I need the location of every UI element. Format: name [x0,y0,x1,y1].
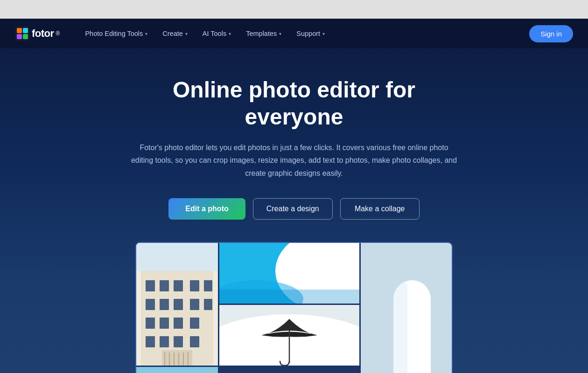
chevron-down-icon-templates: ▾ [279,31,281,36]
svg-rect-18 [146,318,155,329]
svg-rect-20 [174,318,183,329]
collage-grid [136,243,453,373]
edit-photo-button[interactable]: Edit a photo [168,198,245,220]
svg-rect-15 [174,299,183,310]
hero-subtitle: Fotor's photo editor lets you edit photo… [131,141,457,180]
chevron-down-icon-ai-tools: ▾ [229,31,231,36]
svg-rect-31 [178,352,179,366]
svg-rect-40 [393,280,407,373]
svg-rect-22 [146,336,155,347]
svg-rect-12 [204,280,212,291]
nav-item-ai-tools[interactable]: AI Tools ▾ [196,26,238,41]
svg-rect-6 [136,243,218,271]
svg-rect-32 [183,352,184,366]
svg-rect-16 [190,299,199,310]
svg-rect-30 [174,352,175,366]
navbar: fotor® Photo Editing Tools ▾ Create ▾ AI… [0,19,588,48]
fotor-logo-icon [15,26,30,41]
svg-rect-29 [169,352,170,366]
create-design-button[interactable]: Create a design [253,198,333,220]
nav-label-create: Create [162,30,183,37]
logo-reg: ® [56,30,60,37]
page-wrapper: fotor® Photo Editing Tools ▾ Create ▾ AI… [0,0,588,373]
svg-rect-4 [23,34,28,39]
svg-rect-9 [160,280,169,291]
chevron-down-icon-support: ▾ [322,31,325,36]
svg-rect-8 [146,280,155,291]
collage-cell-arch [361,243,453,373]
hero-section: Online photo editor for everyone Fotor's… [0,48,588,373]
svg-rect-17 [204,299,212,310]
sign-in-button[interactable]: Sign in [529,25,573,42]
nav-item-support[interactable]: Support ▾ [290,26,331,41]
svg-rect-11 [190,280,199,291]
svg-rect-24 [174,336,183,347]
nav-item-photo-editing[interactable]: Photo Editing Tools ▾ [78,26,154,41]
collage-cell-sky [136,367,218,373]
nav-label-ai-tools: AI Tools [203,30,226,37]
make-collage-button[interactable]: Make a collage [340,198,420,220]
collage-cell-building [136,243,218,366]
svg-rect-1 [17,28,22,33]
svg-rect-21 [190,318,199,329]
collage-cell-pool [219,243,359,304]
nav-label-templates: Templates [246,30,277,37]
logo[interactable]: fotor® [15,26,60,41]
hero-title: Online photo editor for everyone [126,76,462,130]
nav-label-support: Support [296,30,320,37]
svg-rect-25 [190,336,199,347]
collage-cell-umbrella [219,305,359,373]
collage-preview [135,242,453,373]
nav-item-templates[interactable]: Templates ▾ [239,26,288,41]
svg-rect-10 [174,280,183,291]
nav-label-photo-editing: Photo Editing Tools [85,30,143,37]
svg-rect-23 [160,336,169,347]
browser-chrome [0,0,588,19]
cta-buttons: Edit a photo Create a design Make a coll… [168,198,419,220]
site: fotor® Photo Editing Tools ▾ Create ▾ AI… [0,19,588,373]
svg-rect-33 [188,352,189,366]
svg-rect-2 [23,28,28,33]
nav-links: Photo Editing Tools ▾ Create ▾ AI Tools … [78,26,331,41]
svg-rect-14 [160,299,169,310]
nav-item-create[interactable]: Create ▾ [156,26,194,41]
chevron-down-icon-photo-editing: ▾ [145,31,147,36]
svg-rect-19 [160,318,169,329]
svg-rect-37 [219,290,359,304]
svg-rect-13 [146,299,155,310]
svg-rect-28 [164,352,165,366]
svg-rect-3 [17,34,22,39]
chevron-down-icon-create: ▾ [185,31,188,36]
logo-text: fotor [32,28,54,40]
